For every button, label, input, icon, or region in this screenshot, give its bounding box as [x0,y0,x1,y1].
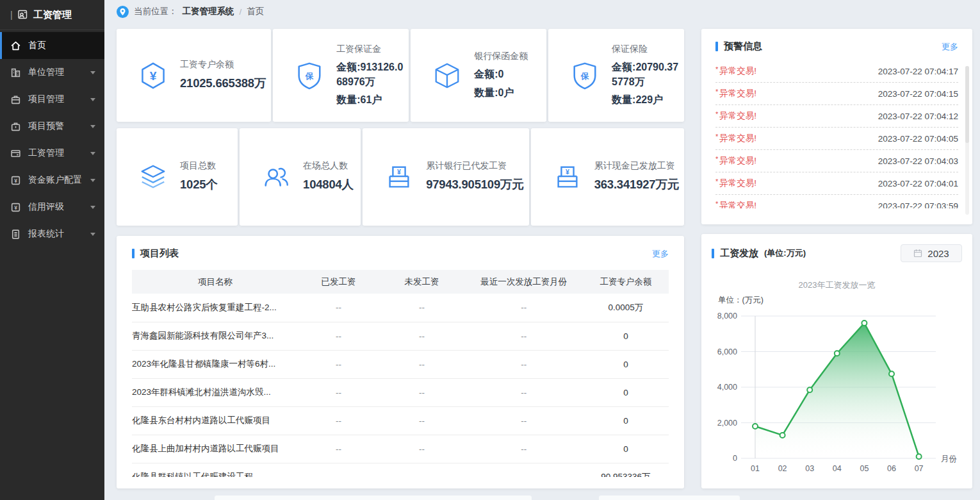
projects-more-link[interactable]: 更多 [652,248,669,260]
svg-text:8,000: 8,000 [717,312,737,321]
cell-paid-salary: -- [298,294,379,322]
table-row[interactable]: 化隆县上曲加村村内道路以工代赈项目 -- -- -- 0 [132,435,669,463]
cell-account-balance: 0 [583,378,669,406]
sidebar-item-label: 资金账户配置 [28,174,83,186]
svg-text:07: 07 [915,464,924,473]
table-row[interactable]: 化隆县群科镇以工代赈建设工程 -- -- -- 90.953336万 [132,463,669,477]
warning-item[interactable]: *异常交易! 2023-07-22 07:04:01 [715,172,958,195]
cell-paid-salary: -- [298,350,379,378]
table-row[interactable]: 化隆县东台村村内道路以工代赈项目 -- -- -- 0 [132,406,669,435]
sidebar-item-home[interactable]: 首页 [0,32,104,59]
sidebar-item-label: 项目管理 [28,94,83,105]
cell-unpaid-salary: -- [379,350,464,378]
cell-project-name[interactable]: 化隆县群科镇以工代赈建设工程 [132,463,298,477]
breadcrumb-separator: / [240,7,242,17]
stat-value: 363.341927万元 [594,176,679,194]
sidebar-item-project-alerts[interactable]: 项目预警 [0,113,104,140]
sidebar-item-salary[interactable]: 工资管理 [0,140,104,167]
sidebar-item-credit-rating[interactable]: ¥ 信用评级 [0,194,104,221]
cell-last-pay-month: -- [465,406,583,435]
chevron-down-icon [90,206,95,209]
next-panel-sliver [215,496,532,500]
year-selector[interactable]: 2023 [901,244,962,262]
stat-label: 工资专户余额 [180,59,266,71]
chevron-down-icon [90,179,95,182]
cell-last-pay-month: -- [465,435,583,463]
stat-label: 工资保证金 [336,44,404,55]
cell-project-name[interactable]: 2023年群科镇滩北村溢洪道沟水毁... [132,378,298,406]
stat-count: 数量:229户 [612,92,679,107]
yuan-hexagon-icon: ¥ [138,61,168,90]
table-row[interactable]: 2023年化隆县甘都镇隆康一村等6村... -- -- -- 0 [132,350,669,378]
cell-paid-salary: -- [298,463,379,477]
stat-card-bank-guarantee: 银行保函金额 金额:0 数量:0户 [411,29,546,122]
stat-card-guarantee-insurance: 保 保证保险 金额:20790.375778万 数量:229户 [548,29,684,122]
panel-title: 预警信息 [724,40,762,53]
stat-label: 累计银行已代发工资 [426,160,524,172]
sidebar-item-label: 项目预警 [28,121,83,132]
stat-card-bank-paid-salary: ¥ 累计银行已代发工资 97943.905109万元 [363,128,529,226]
cell-last-pay-month: -- [465,350,583,378]
building-icon [10,67,21,78]
svg-text:4,000: 4,000 [717,383,737,392]
warning-item[interactable]: *异常交易! 2023-07-22 07:03:59 [715,195,958,208]
cell-last-pay-month: -- [465,463,583,477]
table-row[interactable]: 青海鑫园新能源科技有限公司年产3... -- -- -- 0 [132,322,669,350]
project-list-panel: 项目列表 更多 项目名称 已发工资 未发工资 最近一次发放工资月份 [117,236,684,488]
cell-last-pay-month: -- [465,294,583,322]
cell-project-name[interactable]: 青海鑫园新能源科技有限公司年产3... [132,322,298,350]
cell-paid-salary: -- [298,435,379,463]
stat-amount: 金额:0 [474,67,541,81]
sidebar-item-units[interactable]: 单位管理 [0,59,104,86]
svg-text:2,000: 2,000 [717,419,737,428]
warning-label: *异常交易! [715,178,756,189]
cell-unpaid-salary: -- [379,463,464,477]
stat-label: 银行保函金额 [474,51,541,62]
yuan-box-icon: ¥ [10,175,21,186]
warning-timestamp: 2023-07-22 07:03:59 [878,201,958,209]
cell-project-name[interactable]: 互助县农村公路灾后恢复重建工程-2... [132,294,298,322]
year-value: 2023 [927,248,949,259]
app-title: 工资管理 [33,9,72,21]
cell-project-name[interactable]: 化隆县上曲加村村内道路以工代赈项目 [132,435,298,463]
sidebar-item-reports[interactable]: 报表统计 [0,221,104,247]
cell-account-balance: 0 [583,406,669,435]
breadcrumb-root[interactable]: 工资管理系统 [183,6,234,17]
wallet-icon [10,148,21,159]
svg-text:¥: ¥ [566,168,569,176]
table-row[interactable]: 2023年群科镇滩北村溢洪道沟水毁... -- -- -- 0 [132,378,669,406]
svg-text:保: 保 [305,71,314,80]
warning-item[interactable]: *异常交易! 2023-07-22 07:04:15 [715,83,958,105]
warning-item[interactable]: *异常交易! 2023-07-22 07:04:05 [715,128,958,150]
cell-paid-salary: -- [298,322,379,350]
scrollbar-thumb[interactable] [965,66,969,143]
cell-project-name[interactable]: 2023年化隆县甘都镇隆康一村等6村... [132,350,298,378]
breadcrumb-current[interactable]: 首页 [247,6,264,17]
people-icon [261,162,291,192]
sidebar-item-label: 工资管理 [28,147,83,159]
svg-text:¥: ¥ [14,204,17,210]
stat-value: 104804人 [303,176,355,194]
sidebar-item-fund-accounts[interactable]: ¥ 资金账户配置 [0,167,104,194]
warnings-more-link[interactable]: 更多 [942,41,958,53]
svg-text:02: 02 [778,464,787,473]
panel-title: 工资发放 [720,247,758,260]
main-content: 当前位置： 工资管理系统 / 首页 ¥ 工资专户余额 21025.665388万 [104,0,980,500]
table-row[interactable]: 互助县农村公路灾后恢复重建工程-2... -- -- -- 0.0005万 [132,294,669,322]
cell-project-name[interactable]: 化隆县东台村村内道路以工代赈项目 [132,406,298,435]
project-table: 项目名称 已发工资 未发工资 最近一次发放工资月份 工资专户余额 互助县农村公路… [132,270,669,477]
warning-item[interactable]: *异常交易! 2023-07-22 07:04:12 [715,105,958,128]
stat-label: 保证保险 [612,44,679,55]
svg-text:0: 0 [733,454,737,463]
sidebar-item-projects[interactable]: 项目管理 [0,86,104,113]
stat-card-salary-deposit: 保 工资保证金 金额:913126.068976万 数量:61户 [273,29,409,122]
warning-timestamp: 2023-07-22 07:04:12 [878,112,958,121]
sidebar-item-label: 信用评级 [28,201,83,213]
warning-item[interactable]: *异常交易! 2023-07-22 07:04:17 [715,60,958,83]
warning-item[interactable]: *异常交易! 2023-07-22 07:04:03 [715,150,958,172]
shield-bao-icon: 保 [570,61,600,90]
panel-unit-suffix: (单位:万元) [764,247,806,259]
warning-panel: 预警信息 更多 *异常交易! 2023-07-22 07:04:17 *异常交易… [701,29,972,224]
cell-last-pay-month: -- [465,322,583,350]
breadcrumb-prefix: 当前位置： [134,6,177,17]
